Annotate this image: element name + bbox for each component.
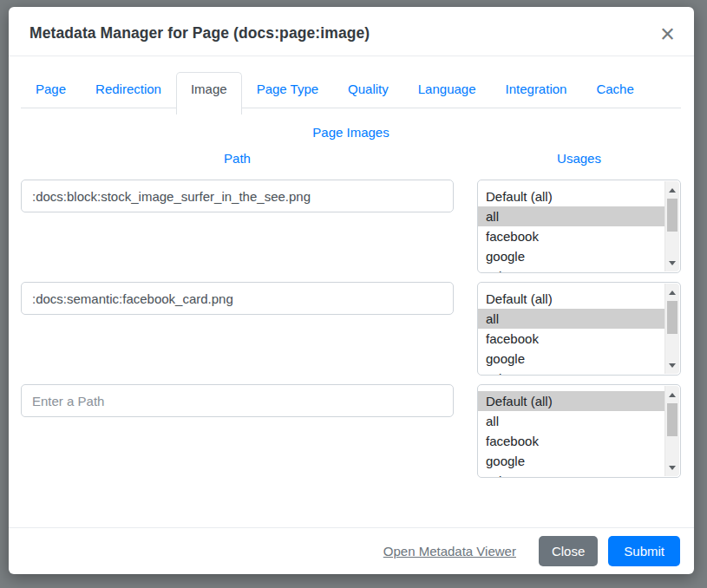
tab-page[interactable]: Page <box>21 72 81 105</box>
open-metadata-viewer-link[interactable]: Open Metadata Viewer <box>383 544 516 559</box>
close-icon[interactable]: × <box>660 24 675 43</box>
usages-listbox[interactable]: Default (all) all facebook google twitte… <box>477 384 681 478</box>
usage-option[interactable]: facebook <box>478 431 664 451</box>
scroll-up-icon[interactable] <box>665 183 679 197</box>
tab-cache[interactable]: Cache <box>581 72 648 105</box>
usage-options: Default (all) all facebook google twitte… <box>478 283 664 375</box>
image-row: Default (all) all facebook google twitte… <box>21 384 681 478</box>
listbox-scrollbar[interactable] <box>664 284 679 374</box>
usages-listbox[interactable]: Default (all) all facebook google twitte… <box>477 282 681 376</box>
triangle-down-icon <box>669 261 676 265</box>
tab-page-type[interactable]: Page Type <box>242 72 333 105</box>
tab-bar: Page Redirection Image Page Type Quality… <box>21 72 681 108</box>
scrollbar-thumb[interactable] <box>667 199 678 232</box>
metadata-manager-modal: Metadata Manager for Page (docs:page:ima… <box>9 7 694 574</box>
usages-listbox[interactable]: Default (all) all facebook google twitte… <box>477 180 681 273</box>
modal-body: Page Redirection Image Page Type Quality… <box>9 56 694 527</box>
triangle-down-icon <box>669 363 676 368</box>
path-input[interactable] <box>21 180 454 212</box>
scroll-up-icon[interactable] <box>665 285 679 299</box>
usage-option[interactable]: twitter <box>478 266 664 272</box>
usage-option[interactable]: google <box>478 451 664 471</box>
scrollbar-thumb[interactable] <box>667 403 678 436</box>
usage-option[interactable]: Default (all) <box>478 186 664 206</box>
usage-option[interactable]: google <box>478 246 664 266</box>
image-row: Default (all) all facebook google twitte… <box>21 282 681 376</box>
usage-option[interactable]: Default (all) <box>478 289 664 309</box>
scroll-up-icon[interactable] <box>665 388 679 402</box>
scroll-down-icon[interactable] <box>665 358 679 372</box>
section-heading: Page Images <box>21 125 681 140</box>
triangle-up-icon <box>669 393 676 397</box>
usage-option[interactable]: google <box>478 349 664 369</box>
image-row: Default (all) all facebook google twitte… <box>21 180 681 273</box>
submit-button[interactable]: Submit <box>608 536 680 566</box>
scroll-down-icon[interactable] <box>665 256 679 270</box>
listbox-scrollbar[interactable] <box>664 386 679 476</box>
modal-footer: Open Metadata Viewer Close Submit <box>9 527 694 574</box>
usage-option[interactable]: facebook <box>478 329 664 349</box>
triangle-up-icon <box>669 188 676 193</box>
close-button[interactable]: Close <box>539 536 598 566</box>
usage-option[interactable]: all <box>478 411 664 431</box>
listbox-scrollbar[interactable] <box>664 181 679 271</box>
tab-redirection[interactable]: Redirection <box>81 72 176 105</box>
triangle-down-icon <box>669 466 676 470</box>
tab-language[interactable]: Language <box>403 72 491 105</box>
scrollbar-thumb[interactable] <box>667 301 678 334</box>
modal-title: Metadata Manager for Page (docs:page:ima… <box>29 24 370 42</box>
usage-option[interactable]: all <box>478 309 664 329</box>
usage-option[interactable]: facebook <box>478 226 664 246</box>
modal-header: Metadata Manager for Page (docs:page:ima… <box>9 7 694 56</box>
usage-option[interactable]: all <box>478 206 664 226</box>
column-labels: Path Usages <box>21 151 681 166</box>
usage-option[interactable]: Default (all) <box>478 391 664 411</box>
page: { "colors": { "accent": "#007bff", "seco… <box>0 0 707 588</box>
tab-quality[interactable]: Quality <box>333 72 403 105</box>
usage-options: Default (all) all facebook google twitte… <box>478 385 664 477</box>
usages-column-label: Usages <box>477 151 681 166</box>
path-column-label: Path <box>21 151 454 166</box>
path-input[interactable] <box>21 384 454 417</box>
usage-options: Default (all) all facebook google twitte… <box>478 180 664 272</box>
usage-option[interactable]: twitter <box>478 471 664 477</box>
scroll-down-icon[interactable] <box>665 461 679 474</box>
triangle-up-icon <box>669 291 676 295</box>
usage-option[interactable]: twitter <box>478 369 664 375</box>
tab-integration[interactable]: Integration <box>491 72 582 105</box>
path-input[interactable] <box>21 282 454 315</box>
tab-image[interactable]: Image <box>176 72 242 114</box>
